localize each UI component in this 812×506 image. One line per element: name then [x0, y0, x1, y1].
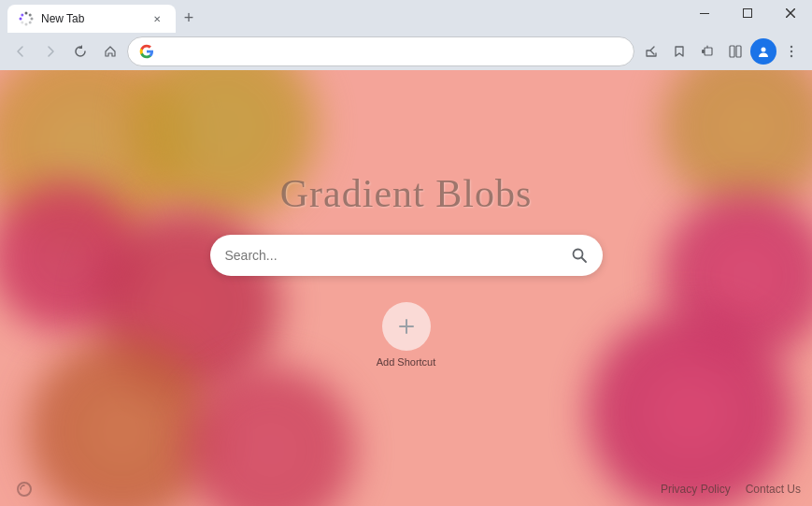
search-bar[interactable]	[210, 235, 603, 276]
bottom-bar: Privacy Policy Contact Us	[0, 472, 812, 506]
address-input[interactable]	[160, 44, 626, 59]
svg-rect-8	[700, 13, 709, 14]
active-tab[interactable]: New Tab ✕	[7, 5, 176, 33]
chrome-menu-button[interactable]	[778, 38, 805, 65]
svg-point-0	[25, 12, 28, 15]
add-shortcut-label: Add Shortcut	[377, 356, 436, 368]
forward-button[interactable]	[37, 38, 64, 65]
svg-point-2	[31, 18, 34, 21]
search-button[interactable]	[571, 247, 588, 264]
page-content: Gradient Blobs Add Shortcut	[0, 70, 812, 506]
close-button[interactable]	[769, 0, 812, 26]
add-shortcut-icon	[382, 302, 431, 351]
google-logo	[139, 44, 154, 59]
page-title: Gradient Blobs	[280, 171, 532, 216]
bookmark-button[interactable]	[666, 38, 692, 65]
bottom-left	[11, 476, 37, 502]
svg-point-1	[29, 14, 32, 17]
reading-mode-button[interactable]	[722, 38, 748, 65]
svg-point-6	[20, 18, 22, 21]
customize-button[interactable]	[11, 476, 37, 502]
extensions-button[interactable]	[694, 38, 720, 65]
reload-button[interactable]	[67, 38, 93, 65]
svg-rect-15	[736, 46, 741, 57]
maximize-button[interactable]	[726, 0, 769, 26]
svg-line-21	[581, 258, 586, 263]
contact-us-link[interactable]: Contact Us	[746, 483, 801, 496]
title-bar: New Tab ✕ +	[0, 0, 812, 33]
svg-rect-13	[705, 48, 712, 55]
new-tab-button[interactable]: +	[176, 5, 202, 31]
tab-close-button[interactable]: ✕	[150, 11, 164, 26]
svg-point-18	[791, 51, 792, 52]
tab-favicon	[19, 11, 34, 26]
address-bar[interactable]	[127, 36, 634, 66]
svg-rect-14	[730, 46, 734, 57]
svg-point-7	[21, 14, 23, 17]
shortcuts-area: Add Shortcut	[377, 302, 436, 368]
search-input[interactable]	[225, 248, 563, 263]
svg-point-17	[791, 46, 792, 48]
nav-action-buttons	[638, 38, 805, 65]
privacy-policy-link[interactable]: Privacy Policy	[661, 483, 731, 496]
window-frame: New Tab ✕ +	[0, 0, 812, 506]
add-shortcut-item[interactable]: Add Shortcut	[377, 302, 436, 368]
svg-rect-9	[744, 9, 752, 18]
svg-point-19	[791, 55, 792, 57]
svg-point-16	[762, 48, 766, 52]
svg-point-3	[29, 22, 32, 24]
window-controls	[683, 0, 812, 26]
tab-title: New Tab	[41, 12, 142, 25]
home-button[interactable]	[97, 38, 123, 65]
minimize-button[interactable]	[683, 0, 726, 26]
nav-bar	[0, 33, 812, 70]
bottom-right: Privacy Policy Contact Us	[661, 483, 801, 496]
svg-point-5	[21, 22, 23, 24]
back-button[interactable]	[7, 38, 34, 65]
svg-point-4	[25, 23, 28, 26]
new-tab-page: Gradient Blobs Add Shortcut	[0, 70, 812, 506]
profile-button[interactable]	[750, 38, 776, 65]
share-button[interactable]	[638, 38, 664, 65]
